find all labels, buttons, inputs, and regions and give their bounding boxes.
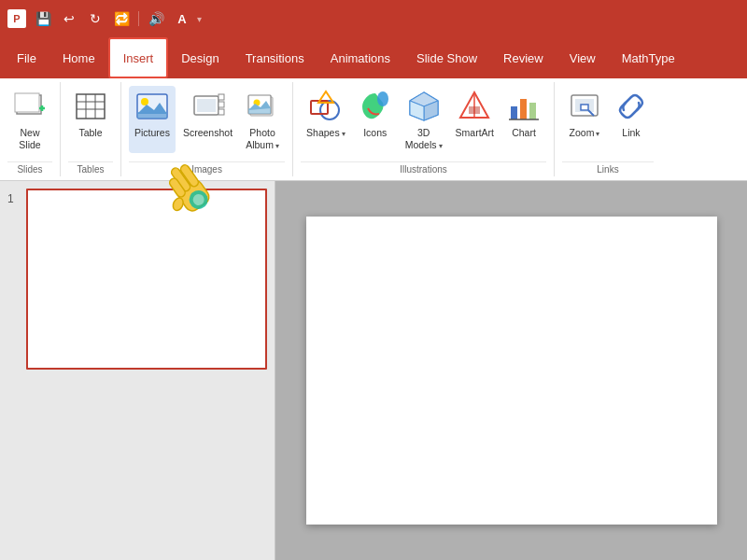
repeat-button[interactable]: 🔁 <box>110 7 133 30</box>
chart-label: Chart <box>512 127 536 139</box>
screenshot-label: Screenshot <box>183 127 233 139</box>
table-icon <box>74 90 107 123</box>
undo-button[interactable]: ↩ <box>58 7 80 30</box>
canvas-area <box>275 181 747 560</box>
svg-rect-39 <box>581 105 588 110</box>
photo-album-button[interactable]: PhotoAlbum▾ <box>240 86 285 153</box>
link-label: Link <box>622 127 640 139</box>
svg-rect-11 <box>137 112 167 119</box>
title-bar: P 💾 ↩ ↻ 🔁 🔊 A ▾ <box>0 0 747 37</box>
svg-rect-33 <box>511 106 517 119</box>
zoom-button[interactable]: Zoom▾ <box>562 86 607 153</box>
font-color-button[interactable]: A <box>171 7 193 30</box>
svg-rect-20 <box>248 108 271 114</box>
svg-rect-4 <box>77 94 105 119</box>
icons-label: Icons <box>363 127 387 139</box>
svg-rect-13 <box>197 99 216 112</box>
screenshot-button[interactable]: Screenshot <box>177 86 238 153</box>
svg-rect-34 <box>520 99 527 119</box>
svg-rect-35 <box>529 103 536 119</box>
menu-review[interactable]: Review <box>490 37 557 78</box>
menu-transitions[interactable]: Transitions <box>233 37 317 78</box>
photo-album-label: PhotoAlbum▾ <box>246 127 279 150</box>
link-button[interactable]: Link <box>609 86 654 153</box>
quick-access-toolbar: 💾 ↩ ↻ 🔁 🔊 A ▾ <box>32 7 202 30</box>
pictures-button[interactable]: Pictures <box>129 86 176 153</box>
ribbon-group-tables: Table Tables <box>61 82 121 176</box>
shapes-icon <box>309 90 343 123</box>
images-group-label: Images <box>129 161 285 176</box>
menu-view[interactable]: View <box>557 37 609 78</box>
links-group-content: Zoom▾ Link <box>562 82 654 161</box>
svg-point-10 <box>141 98 148 105</box>
menu-design[interactable]: Design <box>168 37 232 78</box>
photo-album-icon <box>246 90 279 123</box>
svg-rect-14 <box>218 94 224 100</box>
tables-group-label: Tables <box>68 161 113 176</box>
app-icon: P <box>7 9 26 28</box>
menu-insert[interactable]: Insert <box>108 37 169 78</box>
images-group-content: Pictures Screenshot <box>129 82 285 161</box>
redo-button[interactable]: ↻ <box>84 7 106 30</box>
illustrations-group-content: Shapes▾ Icons <box>301 82 546 161</box>
menu-mathtype[interactable]: MathType <box>609 37 688 78</box>
chart-button[interactable]: Chart <box>501 86 546 153</box>
icons-icon <box>359 90 392 123</box>
link-icon <box>614 90 648 123</box>
ribbon: NewSlide Slides <box>0 78 747 181</box>
shapes-button[interactable]: Shapes▾ <box>301 86 351 153</box>
new-slide-icon <box>13 90 47 123</box>
new-slide-button[interactable]: NewSlide <box>7 86 52 153</box>
slides-group-content: NewSlide <box>7 82 52 161</box>
zoom-label: Zoom▾ <box>570 127 600 139</box>
customize-arrow[interactable]: ▾ <box>197 14 202 24</box>
chart-icon <box>507 90 541 123</box>
ribbon-group-links: Zoom▾ Link Links <box>555 82 661 176</box>
ribbon-wrapper: NewSlide Slides <box>0 78 747 181</box>
save-button[interactable]: 💾 <box>32 7 54 30</box>
menu-file[interactable]: File <box>4 37 49 78</box>
speaker-button[interactable]: 🔊 <box>145 7 167 30</box>
main-area: 1 <box>0 181 747 560</box>
smartart-label: SmartArt <box>456 127 494 139</box>
tables-group-content: Table <box>68 82 113 161</box>
3d-models-icon <box>407 90 441 123</box>
svg-rect-32 <box>469 106 480 114</box>
ribbon-group-illustrations: Shapes▾ Icons <box>293 82 555 176</box>
smartart-icon <box>458 90 491 123</box>
menu-home[interactable]: Home <box>49 37 108 78</box>
slide-thumb-row: 1 <box>7 189 267 370</box>
slide-panel: 1 <box>0 181 275 560</box>
3d-models-label: 3DModels▾ <box>405 127 443 150</box>
svg-rect-15 <box>218 102 224 107</box>
icons-button[interactable]: Icons <box>353 86 398 153</box>
smartart-button[interactable]: SmartArt <box>450 86 500 153</box>
svg-rect-16 <box>218 109 224 115</box>
slides-group-label: Slides <box>7 161 52 176</box>
pictures-icon <box>135 90 169 123</box>
illustrations-group-label: Illustrations <box>301 161 546 176</box>
toolbar-divider <box>138 11 139 26</box>
pictures-label: Pictures <box>134 127 170 139</box>
menu-animations[interactable]: Animations <box>317 37 403 78</box>
table-label: Table <box>78 127 102 139</box>
links-group-label: Links <box>562 161 654 176</box>
svg-point-24 <box>377 91 388 106</box>
menu-slideshow[interactable]: Slide Show <box>403 37 490 78</box>
slide-thumbnail[interactable] <box>26 189 267 370</box>
new-slide-label: NewSlide <box>19 127 40 150</box>
ribbon-group-images: Pictures Screenshot <box>121 82 293 176</box>
svg-rect-1 <box>15 93 39 112</box>
ribbon-group-slides: NewSlide Slides <box>0 82 61 176</box>
screenshot-icon <box>191 90 225 123</box>
3d-models-button[interactable]: 3DModels▾ <box>400 86 448 153</box>
slide-canvas[interactable] <box>306 217 717 525</box>
menu-bar: File Home Insert Design Transitions Anim… <box>0 37 747 78</box>
table-button[interactable]: Table <box>68 86 113 153</box>
zoom-icon <box>568 90 601 123</box>
shapes-label: Shapes▾ <box>306 127 345 139</box>
slide-number: 1 <box>7 189 21 205</box>
